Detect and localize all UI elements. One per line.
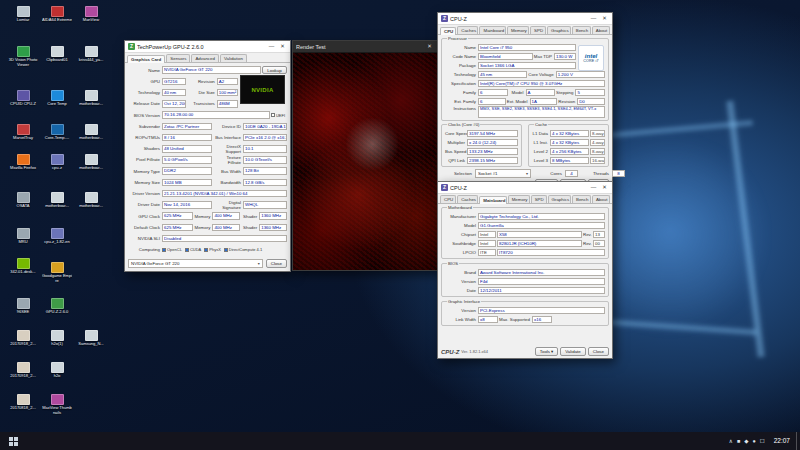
desktop-icon[interactable]: motherboar... [76,90,106,107]
desktop-icon[interactable]: AIDA64 Extreme [42,6,72,23]
checkbox-cuda[interactable]: CUDA [185,247,201,252]
desktop-icon[interactable]: h2o(1) [42,330,72,347]
desktop-icon[interactable]: motherboar... [76,154,106,171]
tab-spd[interactable]: SPD [530,26,546,34]
tools-button[interactable]: Tools ▾ [535,347,558,356]
tab-validation[interactable]: Validation [220,54,247,62]
desktop-icon[interactable]: motherboar... [42,192,72,209]
cache-way: 4-way [590,139,605,147]
checkbox-physx[interactable]: PhysX [204,247,221,252]
field-value: 70.16.28.00.00 [162,111,270,119]
field-label: Ext. Model [507,99,529,104]
close-button[interactable]: ✕ [600,13,609,24]
desktop-icon[interactable]: Clipboard01 [42,46,72,63]
close-button[interactable]: ✕ [278,41,287,52]
field-value: x 24.0 (12-24) [467,139,518,147]
graphic-interface-group: Graphic Interface Version PCI-Express Li… [441,301,609,326]
close-window-button[interactable]: Close [588,347,609,356]
desktop-icon[interactable]: MRU [8,228,38,245]
gpuz-tabs: Graphics CardSensorsAdvancedValidation [125,53,290,63]
desktop-icon[interactable]: 3D Vision Photo Viewer [8,46,38,67]
close-button[interactable]: ✕ [425,41,434,52]
show-desktop-button[interactable] [796,432,800,450]
tab-mainboard[interactable]: Mainboard [479,26,505,34]
desktop-icon[interactable]: 20170818_2... [8,394,38,411]
tab-cpu[interactable]: CPU [440,195,456,203]
tab-caches[interactable]: Caches [457,195,478,203]
minimize-button[interactable]: — [589,13,598,24]
desktop-icon-label: cpu-z_1.82-en [42,240,72,245]
tab-cpu[interactable]: CPU [440,27,456,35]
cpuz2-titlebar[interactable]: Z CPU-Z — ✕ [438,182,612,194]
tab-memory[interactable]: Memory [508,195,530,203]
desktop-icon[interactable]: Core-Temp-... [42,124,72,141]
desktop-icon[interactable]: 96SEE [8,298,38,315]
desktop-icon[interactable]: GPU-Z.2.6.0 [42,298,72,315]
start-button[interactable] [0,432,26,450]
chevron-up-icon[interactable]: ∧ [729,432,733,450]
tab-caches[interactable]: Caches [457,26,478,34]
tab-bench[interactable]: Bench [572,195,591,203]
desktop-icon[interactable]: h2o [42,362,72,379]
gpu-select-dropdown[interactable]: NVIDIA GeForce GT 220 ▾ [128,259,263,268]
field-value: 12.8 GB/s [243,179,287,187]
checkbox-uefi[interactable]: UEFI [271,113,285,118]
checkbox-opencl[interactable]: OpenCL [162,247,182,252]
tab-advanced[interactable]: Advanced [191,54,219,62]
desktop-icon[interactable]: cpu-z_1.82-en [42,228,72,245]
tab-sensors[interactable]: Sensors [166,54,190,62]
desktop-icon[interactable]: 20170918_2... [8,330,38,347]
close-button[interactable]: ✕ [600,182,609,193]
tab-bench[interactable]: Bench [572,26,591,34]
minimize-button[interactable]: — [589,182,598,193]
field-label: Revision [558,99,576,104]
action-center-icon[interactable]: ☐ [760,432,765,450]
field-value: Zotac /PC Partner [162,123,212,131]
tab-graphics-card[interactable]: Graphics Card [127,55,165,63]
desktop-icon[interactable]: Samsung_N... [76,330,106,347]
desktop-icon[interactable]: OSATA [8,192,38,209]
checkbox-directcompute-4-1[interactable]: DirectCompute 4.1 [224,247,262,252]
socket-select-dropdown[interactable]: Socket #1 ▾ [475,169,531,178]
desktop-icon[interactable]: ManView [76,6,106,23]
validate-button[interactable]: Validate [560,347,586,356]
minimize-button[interactable]: — [267,41,276,52]
desktop-icon[interactable]: Core Temp [42,90,72,107]
desktop-icon[interactable]: 20170918_2... [8,362,38,379]
lookup-button[interactable]: Lookup [262,66,287,75]
tab-memory[interactable]: Memory [507,26,529,34]
network-icon[interactable]: ◆ [744,432,748,450]
render-titlebar[interactable]: Render Test ✕ [293,41,437,53]
tab-about[interactable]: About [592,26,610,34]
cpuz-window-cpu: Z CPU-Z — ✕ CPUCachesMainboardMemorySPDG… [437,12,613,184]
gpuz-field-row: NameNVIDIA GeForce GT 220Lookup [125,65,290,75]
desktop-icon[interactable]: Goodgame Empire [42,262,72,283]
desktop-icon[interactable]: cpu-z [42,154,72,171]
tray-app-icon[interactable]: ■ [737,432,740,450]
desktop-icon[interactable]: Mozilla Firefox [8,154,38,171]
volume-icon[interactable]: ● [752,432,755,450]
desktop-icon[interactable]: MaxView Thumbnails [42,394,72,415]
field-label: ROPs/TMUs [128,135,161,140]
tab-graphics[interactable]: Graphics [547,26,571,34]
gpuz-titlebar[interactable]: Z TechPowerUp GPU-Z 2.6.0 — ✕ [125,41,290,53]
desktop-icon[interactable]: motherboar... [76,124,106,141]
clock[interactable]: 22:07 [768,432,796,450]
tab-about[interactable]: About [592,195,610,203]
desktop-icon[interactable]: kriss444_ya... [76,46,106,63]
field-value: Disabled [162,235,287,243]
tab-spd[interactable]: SPD [531,195,547,203]
cpuz1-titlebar[interactable]: Z CPU-Z — ✕ [438,13,612,25]
desktop-icon-label: CPUID CPU-Z [8,102,38,107]
desktop-icon[interactable]: 342.01-desk... [8,258,38,275]
gpuz-close-button[interactable]: Close [266,259,287,268]
desktop-icon[interactable]: CPUID CPU-Z [8,90,38,107]
group-title: Processor [447,36,468,41]
desktop-icon-image [51,330,64,341]
gpu-select-value: NVIDIA GeForce GT 220 [131,261,179,266]
desktop-icon[interactable]: Lomtar [8,6,38,23]
desktop-icon[interactable]: MarvelTray [8,124,38,141]
tab-mainboard[interactable]: Mainboard [479,196,506,204]
tab-graphics[interactable]: Graphics [548,195,571,203]
desktop-icon[interactable]: motherboar... [76,192,106,209]
